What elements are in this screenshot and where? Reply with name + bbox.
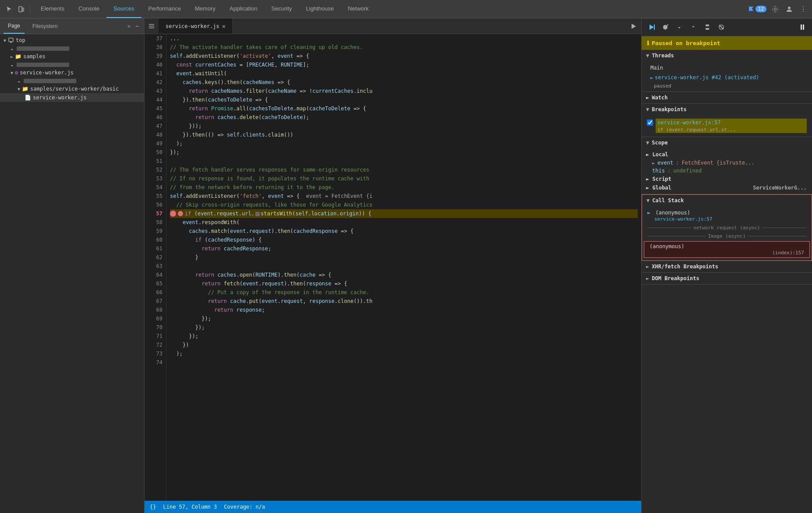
code-line-64: return caches.open(RUNTIME).then(cache =… — [170, 271, 638, 279]
device-icon[interactable] — [16, 4, 26, 14]
tree-item-cloud1[interactable]: ☁ — [0, 45, 144, 52]
dom-section: ► DOM Breakpoints — [642, 273, 812, 285]
threads-label: Threads — [652, 53, 674, 59]
step-btn[interactable] — [701, 21, 713, 33]
sidebar-more-icon[interactable]: » — [127, 23, 131, 29]
svg-point-2 — [788, 7, 791, 9]
code-area[interactable]: 37 38 39 40 41 42 43 44 45 46 47 48 49 5… — [145, 34, 641, 501]
xhr-label: XHR/fetch Breakpoints — [652, 264, 718, 270]
tree-item-top[interactable]: ▼ top — [0, 36, 144, 45]
right-panel-scroll[interactable]: ℹ Paused on breakpoint ▼ Threads Main se… — [642, 36, 812, 513]
code-line-45: return Promise.all(cachesToDelete.map(ca… — [170, 104, 638, 113]
tab-network[interactable]: Network — [341, 0, 376, 18]
breakpoints-header[interactable]: ▼ Breakpoints — [642, 104, 812, 115]
cloud-icon-2: ☁ — [11, 62, 13, 67]
account-icon[interactable] — [784, 4, 794, 14]
xhr-arrow: ► — [646, 264, 649, 270]
threads-section: ▼ Threads Main service-worker.js #42 (ac… — [642, 50, 812, 92]
bp-arrow: ▼ — [646, 106, 649, 112]
code-line-43: return cacheNames.filter(cacheName => !c… — [170, 87, 638, 95]
cursor-icon[interactable] — [4, 4, 14, 14]
tree-arrow-sw: ▼ — [11, 70, 13, 75]
step-over-btn[interactable] — [659, 21, 671, 33]
tree-label-top: top — [16, 37, 25, 43]
svg-marker-7 — [632, 24, 636, 29]
editor-tab-close[interactable]: × — [222, 23, 226, 30]
scope-label-header: Scope — [652, 140, 667, 146]
code-line-70: }); — [170, 323, 638, 332]
dom-header[interactable]: ► DOM Breakpoints — [642, 273, 812, 284]
scope-group-global: ► Global ServiceWorkerG... — [642, 183, 812, 192]
tree-item-sw-file[interactable]: 📄 service-worker.js — [0, 93, 144, 102]
settings-icon[interactable] — [770, 4, 780, 14]
tab-console[interactable]: Console — [71, 0, 106, 18]
code-line-46: return caches.delete(cacheToDelete); — [170, 113, 638, 122]
callstack-item-1[interactable]: ► (anonymous) service-worker.js:57 — [642, 208, 812, 224]
tab-performance[interactable]: Performance — [141, 0, 188, 18]
sidebar-tab-page[interactable]: Page — [4, 18, 25, 34]
editor-tab-sw[interactable]: service-worker.js × — [159, 18, 233, 34]
scope-header[interactable]: ▼ Scope — [642, 137, 812, 148]
debug-toolbar — [642, 18, 812, 36]
status-line-col: Line 57, Column 3 — [163, 504, 217, 510]
thread-main[interactable]: Main — [642, 63, 812, 73]
tree-item-sw-gear[interactable]: ▼ ⚙ service-worker.js — [0, 68, 144, 77]
watch-section: ► Watch — [642, 92, 812, 104]
deactivate-btn[interactable] — [715, 21, 727, 33]
tab-sources[interactable]: Sources — [106, 0, 141, 18]
tab-memory[interactable]: Memory — [188, 0, 222, 18]
left-sidebar: Page Filesystem » ⋯ ▼ top ☁ ► � — [0, 18, 145, 513]
tab-elements[interactable]: Elements — [34, 0, 71, 18]
resume-btn[interactable] — [645, 21, 657, 33]
watch-header[interactable]: ► Watch — [642, 92, 812, 103]
code-line-71: }); — [170, 332, 638, 341]
threads-arrow: ▼ — [646, 53, 649, 59]
sidebar-tab-filesystem[interactable]: Filesystem — [28, 18, 62, 34]
tree-item-basic[interactable]: ▼ 📁 samples/service-worker/basic — [0, 84, 144, 93]
cloud-bar-1 — [17, 46, 69, 51]
play-icon[interactable] — [629, 22, 638, 31]
tree-label-samples: samples — [23, 53, 46, 60]
sidebar-toggle-icon[interactable] — [146, 21, 157, 32]
threads-header[interactable]: ▼ Threads — [642, 50, 812, 61]
step-out-btn[interactable] — [687, 21, 699, 33]
status-coverage: Coverage: n/a — [224, 504, 265, 510]
tab-lighthouse[interactable]: Lighthouse — [299, 0, 341, 18]
tree-item-cloud3[interactable]: ☁ — [0, 77, 144, 84]
pause-btn[interactable] — [796, 21, 808, 33]
tab-security[interactable]: Security — [265, 0, 299, 18]
xhr-header[interactable]: ► XHR/fetch Breakpoints — [642, 261, 812, 272]
paused-message: Paused on breakpoint — [652, 40, 720, 46]
tree-item-cloud2[interactable]: ☁ — [0, 61, 144, 68]
bp-checkbox[interactable] — [647, 119, 653, 126]
scope-group-local: ► Local — [642, 150, 812, 159]
line-numbers: 37 38 39 40 41 42 43 44 45 46 47 48 49 5… — [145, 34, 166, 501]
callstack-item-2[interactable]: (anonymous) (index):157 — [644, 241, 810, 258]
callstack-header[interactable]: ▼ Call Stack — [642, 195, 812, 206]
notification-badge: 12 — [756, 6, 766, 12]
global-value: ServiceWorkerG... — [753, 185, 807, 191]
tab-application[interactable]: Application — [222, 0, 265, 18]
svg-rect-3 — [9, 38, 13, 42]
scope-this[interactable]: this : undefined — [647, 167, 812, 175]
callstack-label: Call Stack — [652, 197, 684, 204]
scope-event[interactable]: ► event : FetchEvent {isTruste... — [647, 159, 812, 167]
thread-sw[interactable]: service-worker.js #42 (activated) — [642, 73, 812, 82]
cloud-icon-3: ☁ — [18, 78, 20, 83]
svg-rect-12 — [801, 25, 802, 30]
tree-arrow-samples: ► — [11, 54, 13, 59]
sidebar-menu-icon[interactable]: ⋯ — [134, 23, 141, 29]
svg-rect-5 — [149, 26, 154, 27]
curly-braces-icon[interactable]: {} — [150, 504, 156, 510]
tree-label-sw: service-worker.js — [20, 70, 74, 76]
scope-content: ► Local ► event : FetchEvent {isTruste..… — [642, 148, 812, 194]
status-bar: {} Line 57, Column 3 Coverage: n/a — [145, 501, 641, 513]
event-arrow: ► — [652, 161, 655, 165]
scope-arrow: ▼ — [646, 140, 649, 146]
bp-item-1[interactable]: service-worker.js:57 if (event.request.u… — [642, 117, 812, 135]
tree-item-samples[interactable]: ► 📁 samples — [0, 52, 144, 61]
this-label: this — [652, 168, 665, 174]
step-into-btn[interactable] — [673, 21, 685, 33]
more-icon[interactable]: ⋮ — [798, 4, 808, 14]
breakpoints-section: ▼ Breakpoints service-worker.js:57 if (e… — [642, 104, 812, 137]
